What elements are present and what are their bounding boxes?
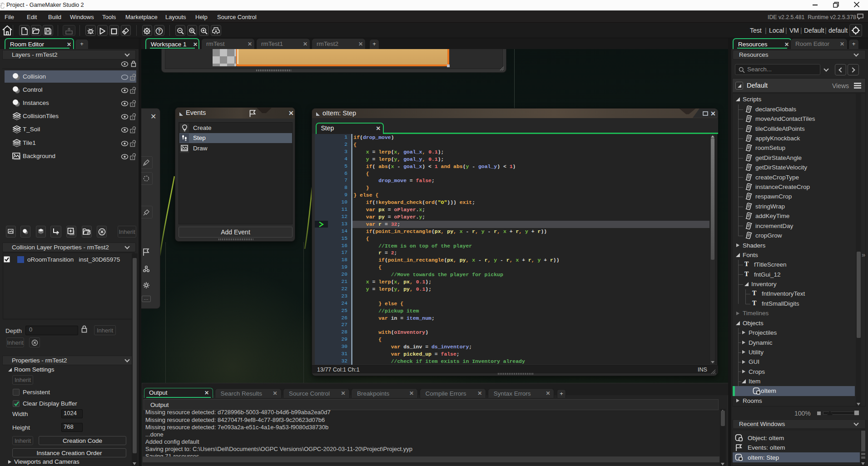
svg-text:?: ? — [158, 29, 160, 34]
